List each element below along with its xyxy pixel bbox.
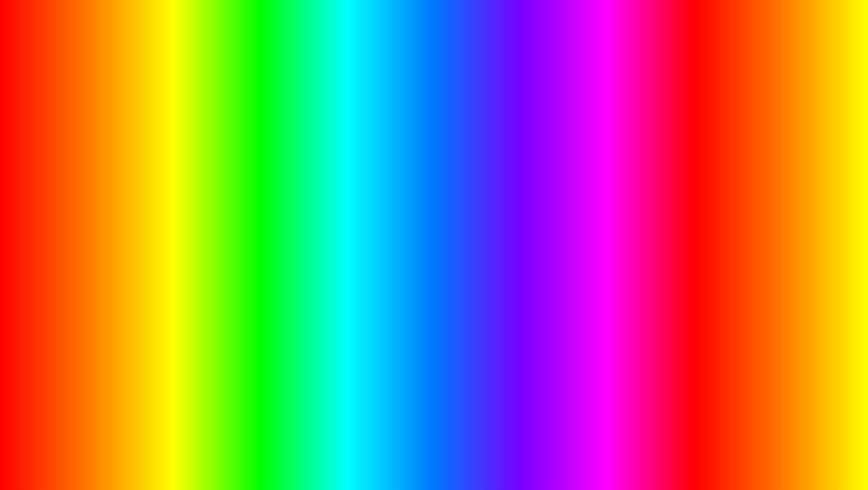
- bottom-area: AUTO FARM SCRIPT PASTEBIN: [0, 430, 868, 477]
- android-text: ANDROID: [36, 228, 197, 264]
- select-chips-arrow-icon: ▼: [825, 211, 829, 215]
- bottom-script: SCRIPT: [414, 436, 529, 472]
- buy-chip-select-button[interactable]: Buy Chip Select: [725, 221, 832, 232]
- teleport-race-v4[interactable]: ⛳ Race V.4 TP ⛳: [607, 235, 714, 244]
- tab-main[interactable]: Main: [67, 155, 82, 162]
- checkmark-icon: ✓: [166, 189, 197, 228]
- race-v4-label: Race V.4 TP: [618, 237, 643, 242]
- auto-start-dungeon-row: Auto Start Go To Dungeon: [725, 243, 832, 249]
- normal-fast-attack-toggle[interactable]: [251, 221, 264, 227]
- teleport-temple-of-time[interactable]: 👆 Temple of time: [607, 247, 714, 256]
- raid-icon-2: ⚔️: [743, 191, 749, 196]
- tab-combat[interactable]: Combat: [123, 155, 144, 162]
- tab-item[interactable]: Item: [85, 155, 99, 162]
- auto-select-dungeon-row: Auto Select Dungeon: [725, 200, 832, 206]
- right-panel-col-right: ⚔️ Raid ⚔️ Auto Select Dungeon Select Ch…: [725, 190, 832, 273]
- dropdown-arrow-icon: ▼: [259, 180, 262, 184]
- temple-icon: 👆: [609, 248, 616, 254]
- auto-buy-chip-toggle[interactable]: [819, 235, 832, 241]
- bg-pole-1: [348, 52, 366, 390]
- raid-icon: ⚔️: [725, 191, 731, 196]
- race-icon-2: ⛳: [645, 236, 652, 243]
- tab-teleport-raid[interactable]: Teleport + Raic: [147, 155, 182, 162]
- auto-start-dungeon-label: Auto Start Go To Dungeon: [725, 244, 778, 249]
- raid-section-header: ⚔️ Raid ⚔️: [725, 190, 832, 197]
- right-panel-col-left: 🌊 Seas 🌊 👆 Teleport To Old World 👆 Telep…: [607, 190, 714, 273]
- no-key-label: NO KEY: [526, 135, 680, 189]
- teleport-icon-3: 👆: [609, 225, 616, 231]
- no-key-text: NO KEY: [537, 141, 669, 184]
- toggle-knob: [140, 169, 145, 174]
- select-weapon-value: Select Weapon : Melee: [162, 180, 208, 185]
- left-panel-shortcut: [ RightControl ]: [233, 146, 265, 151]
- auto-buy-chip-label: Auto Buy Chip: [725, 236, 754, 241]
- tab-user-hub[interactable]: User Hub: [40, 155, 64, 162]
- tab-status[interactable]: Status: [102, 155, 120, 162]
- tab-fruit-shop[interactable]: Fruit + Shop: [708, 178, 738, 184]
- select-chips-dropdown[interactable]: Select Chips ▼: [725, 209, 832, 218]
- auto-second-sea-toggle[interactable]: [133, 179, 146, 186]
- auto-farm-toggle[interactable]: [133, 169, 146, 175]
- super-fast-attack-toggle[interactable]: [251, 210, 264, 217]
- teleport-third-sea-label: Teleport To Third Sea: [618, 226, 661, 231]
- teleport-second-sea[interactable]: 👆 Teleport To Second Sea: [607, 212, 714, 221]
- toggle-knob-6: [826, 200, 832, 205]
- seas-label: Seas: [614, 191, 625, 196]
- right-panel-body: 🌊 Seas 🌊 👆 Teleport To Old World 👆 Telep…: [604, 187, 836, 276]
- title-blox: BLOX: [206, 7, 399, 89]
- auto-second-sea-row: Auto Second Sea: [40, 178, 148, 187]
- toggle-knob-7: [826, 235, 832, 241]
- buy-chip-select-label: Buy Chip Select: [729, 225, 761, 230]
- seas-section-header: 🌊 Seas 🌊: [607, 190, 714, 197]
- seas-icon-2: 🌊: [626, 191, 632, 196]
- toggle-knob-4: [258, 211, 263, 216]
- auto-select-dungeon-toggle[interactable]: [819, 200, 832, 206]
- bottom-pastebin: PASTEBIN: [538, 436, 695, 472]
- auto-farm-row: Auto Farm: [40, 168, 148, 176]
- seas-icon: 🌊: [607, 191, 613, 196]
- left-panel-title: URANIUM Hubs x Premium 1.0: [40, 146, 112, 151]
- teleport-old-world[interactable]: 👆 Teleport To Old World: [607, 200, 714, 209]
- teleport-second-sea-label: Teleport To Second Sea: [618, 214, 666, 219]
- raid-label: Raid: [733, 191, 742, 196]
- auto-select-dungeon-label: Auto Select Dungeon: [725, 200, 768, 205]
- auto-farm-label: Auto Farm: [42, 169, 63, 174]
- title-area: BLOX FRUITS: [0, 7, 868, 89]
- race-icon: ⛳: [609, 236, 616, 243]
- select-weapon-header: 🔱 Select Weapon 🔱: [159, 168, 266, 175]
- auto-start-dungeon-toggle[interactable]: [819, 243, 832, 249]
- left-panel-titlebar: URANIUM Hubs x Premium 1.0 [ RightContro…: [37, 145, 269, 153]
- select-chips-label: Select Chips: [729, 211, 754, 216]
- teleport-icon-1: 👆: [609, 201, 616, 208]
- tab-misc[interactable]: Misc: [741, 178, 756, 184]
- left-panel-tabs: User Hub Main Item Status Combat Telepor…: [37, 153, 269, 164]
- auto-second-sea-label: Auto Second Sea: [42, 180, 77, 185]
- toggle-knob-2: [140, 180, 145, 185]
- teleport-third-sea[interactable]: 👆 Teleport To Third Sea: [607, 223, 714, 232]
- right-panel-shortcut: [ RightControl ]: [799, 169, 832, 174]
- mobile-text: MOBILE: [36, 191, 162, 226]
- auto-buy-chip-row: Auto Buy Chip: [725, 235, 832, 241]
- teleport-icon-2: 👆: [609, 213, 616, 219]
- right-col-divider: [720, 190, 720, 273]
- teleport-old-world-label: Teleport To Old World: [618, 202, 661, 207]
- bottom-auto-farm: AUTO FARM: [173, 430, 405, 477]
- toggle-knob-5: [258, 222, 263, 227]
- mobile-android-label: MOBILE ✓ ANDROID: [36, 189, 197, 264]
- title-fruits: FRUITS: [412, 7, 662, 89]
- temple-of-time-label: Temple of time: [618, 249, 647, 254]
- toggle-knob-8: [826, 244, 832, 249]
- settings-farm-label: ✖ Settings Farm ✖: [193, 237, 231, 242]
- select-weapon-dropdown[interactable]: Select Weapon : Melee ▼: [159, 178, 266, 187]
